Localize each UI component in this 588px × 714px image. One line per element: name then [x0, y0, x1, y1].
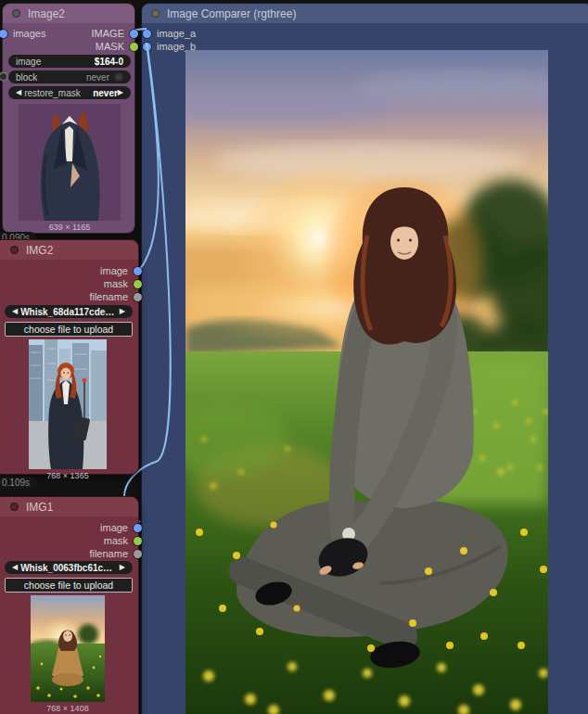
output-image[interactable]: IMAGE — [92, 27, 138, 40]
port-dot-filename[interactable] — [134, 293, 142, 301]
input-image-a[interactable]: image_a — [143, 27, 196, 40]
output-image[interactable]: image — [100, 264, 142, 277]
widget-image[interactable]: image $164-0 — [8, 55, 131, 68]
port-label: filename — [89, 548, 128, 559]
combo-right-arrow[interactable]: ▶ — [118, 89, 123, 96]
img1-caption: 768 × 1408 — [31, 704, 105, 713]
image2-preview — [19, 104, 121, 221]
output-filename[interactable]: filename — [89, 547, 142, 560]
port-label: IMAGE — [92, 28, 124, 39]
port-dot-image[interactable] — [134, 524, 142, 532]
img1-header[interactable]: IMG1 — [0, 497, 138, 516]
output-mask[interactable]: mask — [104, 277, 142, 290]
port-label: image — [100, 522, 128, 533]
widget-label: restore_mask — [21, 88, 93, 98]
sunset-field-preview — [31, 595, 105, 702]
port-dot-image-a[interactable] — [143, 30, 151, 38]
combo-value: Whisk_0063fbc61c3f4e4 ... — [18, 563, 120, 573]
widget-block[interactable]: block never — [8, 70, 131, 83]
port-label: image_a — [157, 28, 196, 39]
combo-right-arrow[interactable]: ▶ — [120, 564, 125, 571]
node-img2[interactable]: IMG2 image mask filename ◀ Whisk_68da117… — [0, 239, 139, 475]
output-image[interactable]: image — [100, 521, 142, 534]
port-dot-mask[interactable] — [134, 280, 142, 288]
node-image-comparer[interactable]: Image Comparer (rgthree) image_a image_b — [141, 3, 588, 714]
output-mask[interactable]: MASK — [96, 40, 138, 53]
node-title: Image2 — [28, 7, 65, 20]
output-mask[interactable]: mask — [104, 534, 142, 547]
widget-label: image — [16, 57, 95, 67]
headless-suit-preview — [19, 104, 121, 221]
port-dot-filename[interactable] — [134, 550, 142, 558]
block-toggle[interactable] — [114, 72, 123, 82]
port-label: mask — [104, 535, 128, 546]
port-dot-image-b[interactable] — [143, 43, 151, 51]
collapse-dot[interactable] — [10, 246, 19, 254]
block-input-socket[interactable] — [0, 73, 6, 80]
port-label: images — [13, 28, 45, 39]
input-images[interactable]: images — [0, 27, 45, 40]
port-label: mask — [104, 278, 128, 289]
node-graph-canvas[interactable]: Image Comparer (rgthree) image_a image_b — [0, 0, 588, 714]
sunset-portrait-photo — [185, 50, 548, 714]
img2-upload-button[interactable]: choose file to upload — [5, 322, 133, 337]
comparer-image[interactable] — [185, 50, 548, 714]
img2-caption: 768 × 1365 — [29, 471, 107, 480]
node-img1[interactable]: IMG1 image mask filename ◀ Whisk_0063fbc… — [0, 496, 139, 714]
node-image2[interactable]: Image2 images IMAGE MASK image $164-0 bl… — [2, 3, 135, 234]
upload-button-label: choose file to upload — [24, 580, 113, 591]
port-label: MASK — [96, 41, 124, 52]
image2-header[interactable]: Image2 — [3, 4, 134, 23]
image-comparer-header[interactable]: Image Comparer (rgthree) — [142, 4, 588, 23]
widget-value: never — [93, 88, 118, 98]
node-title: Image Comparer (rgthree) — [167, 7, 296, 20]
widget-value: never — [86, 72, 109, 83]
combo-right-arrow[interactable]: ▶ — [120, 308, 125, 315]
node-title: IMG2 — [26, 244, 53, 257]
collapse-dot[interactable] — [151, 9, 160, 18]
port-dot-mask[interactable] — [134, 537, 142, 545]
img1-preview — [31, 595, 105, 702]
port-label: image — [100, 265, 128, 276]
port-dot-MASK[interactable] — [130, 43, 138, 51]
img1-upload-button[interactable]: choose file to upload — [5, 578, 133, 593]
city-woman-preview — [29, 339, 107, 469]
output-filename[interactable]: filename — [89, 290, 142, 303]
img2-header[interactable]: IMG2 — [0, 240, 138, 260]
port-dot-image[interactable] — [134, 267, 142, 275]
widget-value: $164-0 — [95, 57, 123, 67]
exec-time-text: 0.109s — [2, 478, 30, 488]
widget-label: block — [16, 72, 86, 83]
port-label: filename — [89, 291, 128, 302]
img2-file-combo[interactable]: ◀ Whisk_68da117cdecda0... ▶ — [5, 305, 133, 318]
node-title: IMG1 — [26, 501, 53, 514]
img2-preview — [29, 339, 107, 469]
widget-restore-mask[interactable]: ◀ restore_mask never ▶ — [8, 86, 131, 99]
port-dot-images[interactable] — [0, 30, 7, 38]
combo-value: Whisk_68da117cdecda0... — [18, 307, 120, 317]
img2-exec-time: 0.109s — [0, 477, 36, 489]
collapse-dot[interactable] — [10, 503, 19, 511]
collapse-dot[interactable] — [12, 9, 20, 18]
image2-caption: 639 × 1165 — [19, 223, 121, 232]
upload-button-label: choose file to upload — [24, 324, 113, 335]
port-dot-IMAGE[interactable] — [130, 30, 138, 38]
img1-file-combo[interactable]: ◀ Whisk_0063fbc61c3f4e4 ... ▶ — [5, 561, 133, 574]
